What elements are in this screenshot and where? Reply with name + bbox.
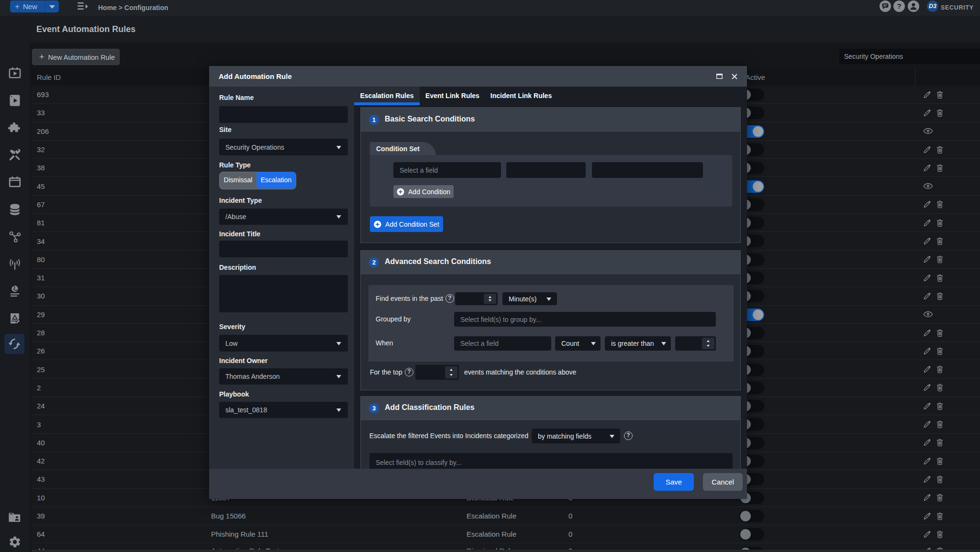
svg-text:?: ?: [897, 2, 901, 10]
svg-text:D3: D3: [929, 3, 936, 10]
